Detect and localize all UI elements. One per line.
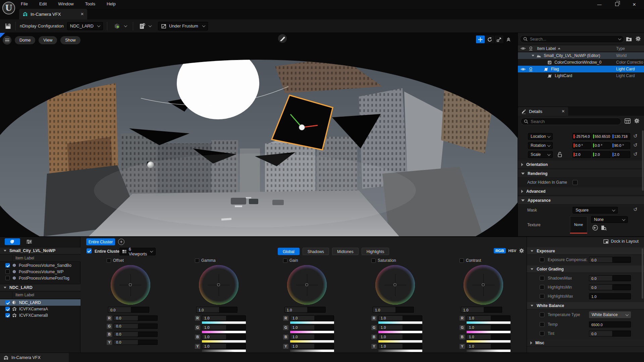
gain-b-slider[interactable]: 1.0 xyxy=(290,334,334,340)
gamma-y-gradient[interactable] xyxy=(202,350,246,352)
offset-color-wheel[interactable] xyxy=(111,265,150,305)
rotation-y-field[interactable]: 0.0 ° xyxy=(592,142,611,149)
unlocked-icon[interactable] xyxy=(557,152,562,157)
outliner-search-input[interactable] xyxy=(530,37,614,42)
outliner-search[interactable] xyxy=(520,35,624,43)
temp-field[interactable]: 6500.0 xyxy=(589,321,631,327)
mask-dropdown[interactable]: Square xyxy=(573,207,618,214)
contrast-r-gradient[interactable] xyxy=(467,321,511,324)
rotation-dropdown[interactable]: Rotation xyxy=(528,142,553,149)
menu-edit[interactable]: Edit xyxy=(39,1,47,6)
saturation-r-gradient[interactable] xyxy=(378,321,422,324)
rotation-z-field[interactable]: 90.0 ° xyxy=(611,142,630,149)
frustum-mode-dropdown[interactable]: Under Frustum xyxy=(158,22,208,31)
temp-checkbox[interactable] xyxy=(540,322,544,327)
grading-settings-gear-icon[interactable] xyxy=(519,248,524,253)
show-button[interactable]: Show xyxy=(60,36,80,44)
row-postprocessvolume-wp[interactable]: PostProcessVolume_WP xyxy=(0,268,80,275)
row-checkbox[interactable] xyxy=(5,300,10,305)
minimize-button[interactable]: — xyxy=(595,2,604,7)
offset-b-slider[interactable]: 0.0 xyxy=(114,331,158,337)
saturation-y-gradient[interactable] xyxy=(378,350,422,352)
scale-reset-icon[interactable]: ↺ xyxy=(633,152,638,157)
details-display-button[interactable] xyxy=(625,118,631,124)
gain-b-gradient[interactable] xyxy=(290,340,334,343)
outliner-row-flag[interactable]: Flag Light Card xyxy=(518,66,644,72)
gamma-main-value[interactable]: 1.0 xyxy=(196,307,237,313)
gain-g-slider[interactable]: 1.0 xyxy=(290,325,334,330)
gain-r-slider[interactable]: 1.0 xyxy=(290,315,334,321)
add-lightcard-dropdown[interactable] xyxy=(111,22,129,30)
gamma-b-gradient[interactable] xyxy=(202,340,246,343)
scale-dropdown[interactable]: Scale xyxy=(528,151,553,158)
location-dropdown[interactable]: Location xyxy=(528,133,553,140)
menu-window[interactable]: Window xyxy=(58,1,73,6)
gamma-checkbox[interactable] xyxy=(195,258,199,263)
mask-reset-icon[interactable]: ↺ xyxy=(633,207,638,212)
range-midtones-button[interactable]: Midtones xyxy=(332,248,359,255)
use-selected-asset-button[interactable] xyxy=(592,225,598,231)
location-y-field[interactable]: 550.6510 xyxy=(592,133,611,140)
item-label-column-header[interactable]: Item Label xyxy=(537,46,556,51)
contrast-checkbox[interactable] xyxy=(460,258,464,263)
browse-asset-button[interactable] xyxy=(601,225,607,231)
type-column-header[interactable]: Type xyxy=(616,46,625,51)
level-viewport[interactable]: Dome View Show xyxy=(0,33,518,236)
saturation-main-value[interactable]: 1.0 xyxy=(373,307,414,313)
row-icvfx-camera-a[interactable]: ICVFXCameraA xyxy=(0,306,80,312)
range-highlights-button[interactable]: Highlights xyxy=(362,248,389,255)
viewports-dropdown[interactable]: 6 Viewports xyxy=(119,248,156,255)
gamma-r-slider[interactable]: 1.0 xyxy=(202,315,246,321)
row-checkbox[interactable] xyxy=(5,313,10,317)
row-checkbox[interactable] xyxy=(5,263,10,267)
settings-tab-button[interactable] xyxy=(26,239,32,244)
texture-asset-dropdown[interactable]: None xyxy=(591,216,628,223)
row-checkbox[interactable] xyxy=(5,276,10,280)
rotation-reset-icon[interactable]: ↺ xyxy=(633,142,638,147)
offset-r-slider[interactable]: 0.0 xyxy=(114,315,158,321)
gain-r-gradient[interactable] xyxy=(290,321,334,324)
contrast-b-gradient[interactable] xyxy=(467,340,511,343)
gamma-y-slider[interactable]: 1.0 xyxy=(202,344,246,349)
appearance-section[interactable]: Appearance xyxy=(518,196,644,204)
scale-x-field[interactable]: 2.0 xyxy=(573,151,591,158)
temperature-type-dropdown[interactable]: White Balance xyxy=(589,311,631,318)
highlightsmax-field[interactable]: 1.0 xyxy=(589,293,631,299)
contrast-y-slider[interactable]: 1.0 xyxy=(467,344,511,349)
contrast-r-slider[interactable]: 1.0 xyxy=(467,315,511,321)
gamma-b-slider[interactable]: 1.0 xyxy=(202,334,246,340)
row-postprocessvolume-posttog[interactable]: PostProcessVolumePostTog xyxy=(0,275,80,281)
settings-scrollbar[interactable] xyxy=(642,248,643,299)
search-options-chevron-icon[interactable] xyxy=(618,37,622,40)
location-z-field[interactable]: 130.718 xyxy=(611,133,630,140)
gain-y-slider[interactable]: 1.0 xyxy=(290,344,334,349)
gamma-g-slider[interactable]: 1.0 xyxy=(202,325,246,330)
details-settings-button[interactable] xyxy=(634,118,640,124)
exposure-section[interactable]: Exposure xyxy=(527,247,644,255)
orientation-section[interactable]: Orientation xyxy=(518,161,644,169)
ndisplay-config-dropdown[interactable]: NDC_LARD xyxy=(67,22,103,30)
dome-button[interactable]: Dome xyxy=(15,36,35,44)
saturation-y-slider[interactable]: 1.0 xyxy=(378,344,422,349)
details-close-icon[interactable]: ✕ xyxy=(561,109,565,114)
row-postprocessvolume-sandbox[interactable]: PostProcessVolume_SandBo xyxy=(0,262,80,268)
contrast-color-wheel[interactable] xyxy=(464,265,503,305)
offset-checkbox[interactable] xyxy=(107,258,111,263)
contrast-y-gradient[interactable] xyxy=(467,350,511,352)
gain-y-gradient[interactable] xyxy=(290,350,334,352)
scale-y-field[interactable]: 2.0 xyxy=(592,151,611,158)
contrast-main-value[interactable]: 1.0 xyxy=(461,307,502,313)
gain-main-value[interactable]: 1.0 xyxy=(284,307,326,313)
details-search-input[interactable] xyxy=(531,119,618,124)
eye-column-icon[interactable] xyxy=(521,47,526,50)
edit-pen-button[interactable] xyxy=(278,34,287,43)
color-grading-tab-button[interactable] xyxy=(5,238,20,245)
details-scrollbar[interactable] xyxy=(642,130,644,191)
saturation-r-slider[interactable]: 1.0 xyxy=(378,315,422,321)
save-button[interactable] xyxy=(5,23,11,29)
saturation-g-gradient[interactable] xyxy=(378,331,422,333)
row-icvfx-camera-b[interactable]: ICVFXCameraB xyxy=(0,312,80,318)
saturation-color-wheel[interactable] xyxy=(375,265,415,305)
dock-in-layout-button[interactable]: Dock in Layout xyxy=(603,239,639,244)
offset-main-value[interactable]: 0.0 xyxy=(108,307,149,313)
